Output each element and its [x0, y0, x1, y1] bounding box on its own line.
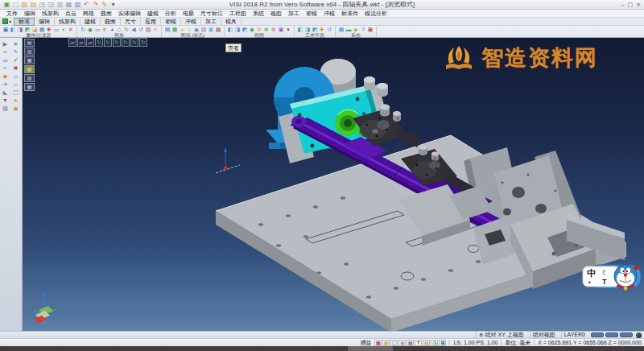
render-mode-sphere-icon[interactable]	[636, 332, 642, 338]
new-file-icon[interactable]: ▢	[12, 1, 19, 8]
clock-icon[interactable]: ◷	[431, 340, 438, 346]
redo-icon[interactable]: ↷	[92, 1, 99, 8]
attribute-copy-icon[interactable]: ▦	[39, 27, 45, 33]
system-info-icon[interactable]: ◈	[353, 27, 359, 33]
shade-icon[interactable]: ◕	[109, 27, 115, 33]
sketch-icon[interactable]: ✎	[10, 48, 21, 56]
pencil-icon[interactable]: ✏	[0, 64, 10, 72]
active-color-swatch[interactable]	[2, 19, 8, 24]
save-as-icon[interactable]: ◲	[47, 1, 55, 8]
color-filter-icon[interactable]: ◧	[10, 27, 16, 33]
viewport-3d[interactable]: ▤▥▦▧▨▩ ▱▱▱↻↻↻↻↻↻ 查看 智造资料网	[23, 38, 644, 331]
menu-item-曲面[interactable]: 曲面	[99, 10, 114, 18]
cancel-icon[interactable]: ✖	[10, 64, 21, 72]
snap-quad-icon[interactable]: ▤	[407, 340, 414, 346]
corner-icon[interactable]: ◣	[0, 89, 10, 97]
new-layer-icon[interactable]: ▦	[171, 27, 178, 33]
clear-filter-icon[interactable]: ✕	[68, 27, 74, 33]
menu-item-塑模[interactable]: 塑模	[304, 10, 319, 18]
snap-point-icon[interactable]: ▣	[382, 340, 390, 346]
layer-settings-icon[interactable]: ▩	[215, 27, 221, 33]
snap-grid-icon[interactable]: ▦	[374, 340, 382, 346]
tab-线架构[interactable]: 线架构	[55, 18, 80, 25]
tab-模具[interactable]: 模具	[221, 18, 242, 25]
workplane-indicator[interactable]: ⊕ 绝对 XY 上视图	[476, 332, 526, 338]
zoom-in-icon[interactable]: ⊕	[263, 27, 270, 33]
layer-filter-icon[interactable]: ◨	[17, 27, 23, 33]
layer-on-icon[interactable]: ●	[179, 27, 185, 33]
side-view-icon[interactable]: ◩	[242, 27, 248, 33]
tab-曲面[interactable]: 曲面	[101, 18, 121, 25]
menu-item-视图[interactable]: 视图	[269, 10, 283, 18]
assembly-dock-button[interactable]: ▥	[24, 47, 35, 56]
undo-icon[interactable]: ↶	[83, 1, 90, 8]
database-icon[interactable]: ▬	[345, 27, 352, 33]
tab-建模[interactable]: 建模	[80, 18, 101, 25]
block-icon[interactable]: ▢	[10, 89, 21, 97]
tab-标准[interactable]: 标准	[14, 18, 35, 26]
fit-view-icon[interactable]: ▣	[278, 27, 284, 33]
ime-mode-indicator[interactable]: 中	[587, 268, 596, 278]
freeze-layer-icon[interactable]: ▣	[208, 27, 214, 33]
zoom-all-icon[interactable]: ◉	[87, 27, 93, 33]
iso-view-icon[interactable]: ◆	[249, 27, 255, 33]
menu-item-标准件[interactable]: 标准件	[340, 10, 360, 18]
view-globe-icon[interactable]: ↻	[130, 38, 138, 47]
maximize-button[interactable]: ▢	[628, 1, 634, 8]
view-rotate-icon[interactable]: ↻	[104, 38, 112, 47]
workplane-yz-icon[interactable]: ◩	[312, 27, 318, 33]
pan-icon[interactable]: ⊕	[101, 27, 108, 33]
page-icon[interactable]: ▱	[68, 38, 76, 47]
menu-item-尺寸标注[interactable]: 尺寸标注	[199, 10, 225, 18]
toolbar-options-icon[interactable]: ▾	[109, 1, 117, 8]
ime-symbol-icon[interactable]: ▪	[588, 279, 591, 286]
confirm-icon[interactable]: ✔	[10, 56, 21, 64]
menu-item-点云[interactable]: 点云	[64, 10, 78, 18]
workplane-xy-icon[interactable]: ◧	[297, 27, 303, 33]
print-icon[interactable]: ▥	[56, 1, 64, 8]
snap-center-icon[interactable]: ◉	[398, 340, 406, 346]
history-dock-button[interactable]: ▩	[24, 83, 35, 91]
plane-icon[interactable]: ▱	[10, 81, 21, 89]
named-views-icon[interactable]: ▾	[285, 27, 291, 33]
help-icon[interactable]: ?	[360, 27, 366, 33]
select-all-icon[interactable]: ▭	[53, 27, 60, 33]
redraw-icon[interactable]: ↻	[80, 27, 86, 33]
measure-icon[interactable]: ◆	[0, 72, 10, 81]
workplane-reset-icon[interactable]: ↺	[326, 27, 332, 33]
tab-应用[interactable]: 应用	[141, 18, 161, 25]
zoom-window-icon[interactable]: ▭	[94, 27, 101, 33]
features-dock-button[interactable]: ▧	[24, 65, 35, 73]
snap-mid-icon[interactable]: ▢	[390, 340, 398, 346]
ime-fullhalf-icon[interactable]: ☾	[602, 269, 609, 277]
tab-加工[interactable]: 加工	[201, 18, 221, 25]
light-icon[interactable]: ☀	[152, 27, 159, 33]
palette-icon[interactable]: ◉	[10, 105, 21, 113]
import-icon[interactable]: ▤	[30, 1, 37, 8]
notes-dock-button[interactable]: ▨	[24, 74, 35, 82]
export-icon[interactable]: ▧	[74, 1, 81, 8]
calculator-icon[interactable]: ▦	[338, 27, 345, 33]
edit-icon[interactable]: ✎	[101, 1, 108, 8]
menu-item-工程图[interactable]: 工程图	[228, 10, 248, 18]
gem-icon[interactable]: ◇	[10, 72, 21, 81]
layers-icon[interactable]: ▤	[164, 27, 171, 33]
select-arrow-icon[interactable]: ▶	[0, 40, 10, 48]
menu-item-实体编辑[interactable]: 实体编辑	[117, 10, 142, 18]
zoom-out-icon[interactable]: ⊖	[270, 27, 277, 33]
view-refresh-icon[interactable]: ↻	[95, 38, 103, 47]
menu-item-线架构[interactable]: 线架构	[40, 10, 60, 18]
menu-item-网格[interactable]: 网格	[81, 10, 96, 18]
front-view-icon[interactable]: ◧	[227, 27, 233, 33]
page-copy-icon[interactable]: ▱	[77, 38, 85, 47]
tab-塑模[interactable]: 塑模	[161, 18, 181, 25]
chevron-down-icon[interactable]: ▾	[9, 19, 11, 24]
workplane-xz-icon[interactable]: ◨	[304, 27, 311, 33]
file-manager-dock-button[interactable]: ▤	[24, 39, 35, 47]
current-layer-icon[interactable]: ◉	[193, 27, 200, 33]
layer-color-chip[interactable]	[591, 332, 604, 337]
hide-icon[interactable]: ▨	[145, 27, 151, 33]
element-filter-icon[interactable]: ◪	[31, 27, 38, 33]
view-indicator[interactable]: 绝对视图	[530, 332, 558, 338]
menu-item-系统[interactable]: 系统	[251, 10, 266, 18]
